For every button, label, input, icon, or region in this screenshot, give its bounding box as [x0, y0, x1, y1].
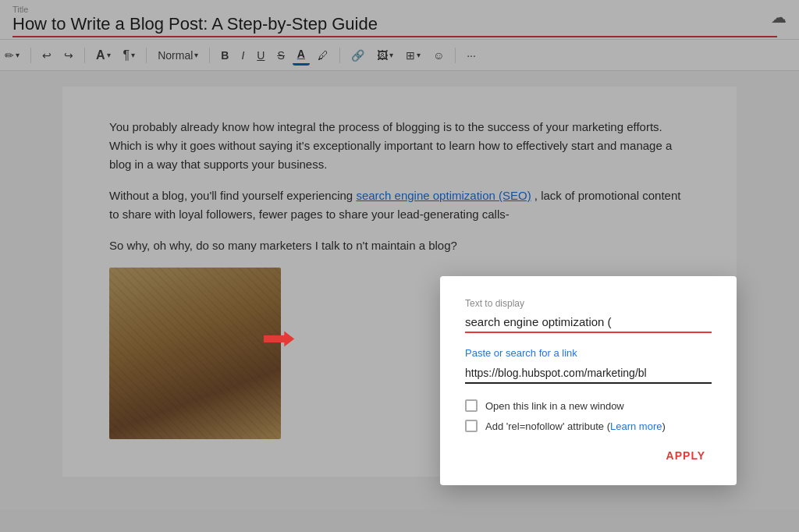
paste-link-label: Paste or search for a link — [465, 347, 712, 359]
link-input[interactable] — [465, 364, 712, 384]
nofollow-label: Add 'rel=nofollow' attribute (Learn more… — [485, 420, 666, 432]
apply-button[interactable]: APPLY — [660, 445, 712, 466]
text-to-display-input[interactable] — [465, 312, 712, 333]
new-window-checkbox[interactable] — [465, 399, 478, 412]
link-modal: Text to display Paste or search for a li… — [440, 276, 737, 485]
checkbox-row-2: Add 'rel=nofollow' attribute (Learn more… — [465, 420, 712, 432]
checkbox-row-1: Open this link in a new window — [465, 399, 712, 412]
modal-overlay: Text to display Paste or search for a li… — [0, 0, 799, 532]
nofollow-text: Add 'rel=nofollow' attribute ( — [485, 420, 610, 432]
text-to-display-label: Text to display — [465, 298, 712, 309]
nofollow-suffix: ) — [662, 420, 665, 432]
nofollow-checkbox[interactable] — [465, 420, 478, 432]
learn-more-link[interactable]: Learn more — [610, 420, 662, 432]
modal-footer: APPLY — [465, 445, 712, 466]
new-window-label: Open this link in a new window — [485, 400, 624, 412]
